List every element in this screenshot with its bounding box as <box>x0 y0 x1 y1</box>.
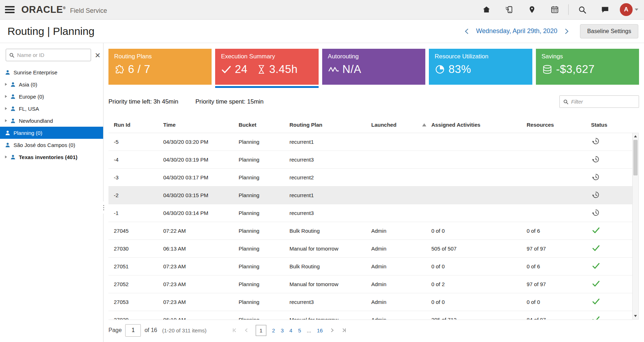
tree-item[interactable]: FL, USA <box>0 102 103 115</box>
page-number[interactable]: 5 <box>298 327 301 333</box>
scrollbar-thumb[interactable] <box>633 140 638 175</box>
scroll-down-button[interactable] <box>633 313 638 319</box>
table-cell: 0 of 6 <box>527 258 591 275</box>
expand-arrow-icon[interactable] <box>5 119 7 122</box>
user-menu-button[interactable]: A <box>620 3 638 16</box>
page-number[interactable]: 16 <box>317 327 323 333</box>
first-page-icon <box>231 327 237 333</box>
page-number[interactable]: 3 <box>281 327 283 333</box>
column-header[interactable]: Assigned Activities <box>431 117 527 133</box>
tree-item[interactable]: São José dos Campos (0) <box>0 139 103 151</box>
tree-item[interactable]: Newfoundland <box>0 115 103 127</box>
tree-item[interactable]: Asia (0) <box>0 78 103 90</box>
items-count-label: (1-20 of 311 items) <box>162 327 207 333</box>
expand-arrow-icon[interactable] <box>5 95 7 98</box>
column-header[interactable]: Run Id <box>108 117 163 133</box>
table-cell: Planning <box>239 169 289 186</box>
table-cell <box>371 151 431 169</box>
page-number[interactable]: 2 <box>272 327 275 333</box>
tile-value: N/A <box>342 63 361 76</box>
table-cell: 27045 <box>108 222 163 240</box>
table-row[interactable]: -104/30/20 03:14 PMPlanningrecurrent3 <box>108 204 632 222</box>
baseline-settings-button[interactable]: Baseline Settings <box>580 24 638 38</box>
chat-button[interactable] <box>596 2 613 17</box>
table-row[interactable]: -404/30/20 03:19 PMPlanningrecurrent3 <box>108 151 632 169</box>
summary-row: Priority time left: 3h 45min Priority ti… <box>108 95 639 108</box>
tile-metrics: 83% <box>435 63 526 76</box>
column-header-label: Resources <box>527 122 554 128</box>
table-row[interactable]: -204/30/20 03:15 PMPlanningrecurrent1 <box>108 186 632 204</box>
chevron-down-icon <box>635 9 638 11</box>
tree-item[interactable]: Europe (0) <box>0 90 103 102</box>
table-cell: 84 of 97 <box>527 311 591 320</box>
date-link[interactable]: Wednesday, April 29th, 2020 <box>476 27 558 35</box>
search-icon <box>563 99 569 105</box>
table-cell: 07:22 AM <box>163 222 239 240</box>
table-row[interactable]: 2705107:23 AMPlanningBulk RoutingAdmin0 … <box>108 258 632 275</box>
pager: 12345...16 <box>231 325 347 336</box>
history-icon <box>592 137 600 145</box>
table-cell <box>527 186 591 204</box>
tree-item[interactable]: Planning (0) <box>0 127 103 139</box>
expand-arrow-icon[interactable] <box>5 107 7 110</box>
column-header[interactable]: Bucket <box>239 117 289 133</box>
table-cell: 27053 <box>108 293 163 311</box>
table-cell: Planning <box>239 258 289 275</box>
column-header[interactable]: Resources <box>527 117 591 133</box>
expand-arrow-icon[interactable] <box>5 83 7 86</box>
column-header[interactable]: Status <box>591 117 632 133</box>
filter-box <box>559 95 639 108</box>
next-day-button[interactable] <box>561 26 572 36</box>
table-cell: 0 of 2 <box>431 275 527 293</box>
table-cell <box>431 169 527 186</box>
table-row[interactable]: 2704507:22 AMPlanningBulk RoutingAdmin0 … <box>108 222 632 240</box>
first-page-button[interactable] <box>231 327 237 333</box>
home-button[interactable] <box>478 2 495 17</box>
kpi-tile[interactable]: Savings-$3,627 <box>536 49 639 85</box>
page-number[interactable]: 1 <box>256 325 266 336</box>
hamburger-menu-button[interactable] <box>0 0 19 20</box>
column-header[interactable]: Launched <box>371 117 431 133</box>
table-row[interactable]: 2702906:10 AMPlanningManual for tomorrow… <box>108 311 632 320</box>
tree-item[interactable]: Sunrise Enterprise <box>0 66 103 78</box>
previous-page-button[interactable] <box>244 327 249 333</box>
vertical-scrollbar[interactable] <box>632 133 639 320</box>
sort-ascending-icon <box>422 123 426 126</box>
kpi-tile[interactable]: AutoroutingN/A <box>322 49 425 85</box>
column-header[interactable]: Time <box>163 117 239 133</box>
column-header[interactable]: Routing Plan <box>289 117 371 133</box>
table-header-row: Run IdTimeBucketRouting PlanLaunchedAssi… <box>108 117 632 133</box>
check-icon <box>221 64 231 75</box>
kpi-tile[interactable]: Execution Summary243.45h <box>215 49 318 85</box>
next-page-button[interactable] <box>329 327 335 333</box>
scroll-up-button[interactable] <box>633 133 638 139</box>
kpi-tile[interactable]: Routing Plans6 / 7 <box>108 49 212 85</box>
close-icon[interactable]: × <box>94 51 101 60</box>
person-icon <box>5 130 10 136</box>
page-number[interactable]: 4 <box>289 327 292 333</box>
tree-item-label: FL, USA <box>19 106 39 112</box>
map-pin-button[interactable] <box>523 2 541 17</box>
success-check-icon <box>592 297 600 306</box>
filter-input[interactable] <box>571 99 635 105</box>
expand-arrow-icon[interactable] <box>5 156 7 158</box>
dispatch-button[interactable] <box>501 2 518 17</box>
pagination: Page of 16 (1-20 of 311 items) 12345...1… <box>108 324 639 337</box>
table-row[interactable]: 2705307:23 AMPlanningrecurrent3Admin0 of… <box>108 293 632 311</box>
success-check-icon <box>592 226 600 235</box>
table-row[interactable]: -304/30/20 03:17 PMPlanningrecurrent2 <box>108 169 632 186</box>
tree-item[interactable]: Texas inventories (401) <box>0 151 103 163</box>
previous-day-button[interactable] <box>461 26 473 36</box>
table-row[interactable]: 2705207:23 AMPlanningManual for tomorrow… <box>108 275 632 293</box>
page-number-input[interactable] <box>125 324 141 337</box>
kpi-tile[interactable]: Resource Utilization83% <box>429 49 532 85</box>
last-page-button[interactable] <box>341 327 347 333</box>
table-cell: 0 of 6 <box>527 222 591 240</box>
table-row[interactable]: -504/30/20 03:20 PMPlanningrecurrent1 <box>108 133 632 151</box>
calendar-button[interactable] <box>546 2 563 17</box>
sidebar-search-input[interactable] <box>17 52 88 58</box>
status-cell <box>591 204 632 222</box>
table-row[interactable]: 2703006:13 AMPlanningManual for tomorrow… <box>108 240 632 258</box>
sidebar-resize-handle[interactable] <box>102 201 105 214</box>
search-button[interactable] <box>574 2 591 17</box>
